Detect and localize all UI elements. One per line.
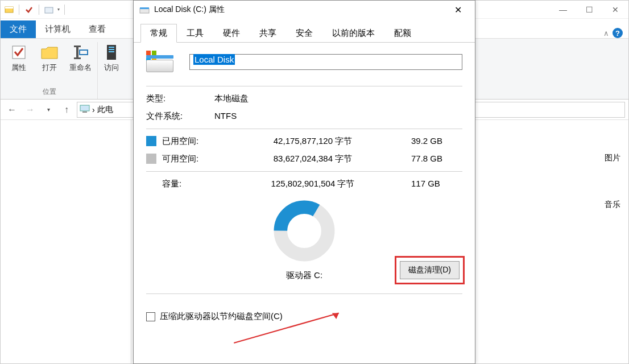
access-button[interactable]: 访问 bbox=[100, 42, 123, 74]
qat-dropdown-icon[interactable]: ▾ bbox=[57, 7, 60, 12]
svg-rect-9 bbox=[109, 47, 114, 48]
svg-rect-2 bbox=[45, 7, 53, 13]
group-location-label: 位置 bbox=[43, 87, 56, 99]
compress-checkbox[interactable] bbox=[146, 312, 155, 321]
tab-sharing[interactable]: 共享 bbox=[250, 24, 286, 43]
svg-rect-24 bbox=[140, 9, 149, 13]
cleanup-highlight: 磁盘清理(D) bbox=[395, 256, 465, 284]
disk-cleanup-button[interactable]: 磁盘清理(D) bbox=[400, 261, 460, 279]
drive-label: 驱动器 C: bbox=[286, 270, 322, 281]
dialog-close-button[interactable]: ✕ bbox=[446, 2, 469, 18]
this-pc-icon bbox=[80, 105, 90, 114]
dialog-tabs: 常规 工具 硬件 共享 安全 以前的版本 配额 bbox=[134, 23, 475, 43]
maximize-button[interactable]: ☐ bbox=[576, 1, 602, 19]
forward-button[interactable]: → bbox=[22, 102, 38, 118]
disk-large-icon bbox=[146, 52, 173, 72]
tab-tools[interactable]: 工具 bbox=[177, 24, 213, 43]
recent-dropdown-icon[interactable]: ▾ bbox=[40, 102, 56, 118]
svg-rect-7 bbox=[80, 50, 88, 55]
compress-label: 压缩此驱动器以节约磁盘空间(C) bbox=[160, 311, 283, 322]
access-label: 访问 bbox=[104, 63, 119, 73]
svg-rect-4 bbox=[76, 47, 78, 58]
used-swatch bbox=[146, 136, 156, 146]
tab-hardware[interactable]: 硬件 bbox=[213, 24, 250, 43]
tab-previous-versions[interactable]: 以前的版本 bbox=[322, 24, 384, 43]
capacity-size: 117 GB bbox=[411, 179, 462, 189]
svg-rect-5 bbox=[74, 46, 81, 47]
rename-icon bbox=[71, 43, 89, 61]
tab-quota[interactable]: 配额 bbox=[384, 24, 421, 43]
up-button[interactable]: ↑ bbox=[59, 102, 75, 118]
svg-rect-11 bbox=[109, 51, 114, 52]
computer-tab[interactable]: 计算机 bbox=[36, 20, 80, 38]
dialog-title: Local Disk (C:) 属性 bbox=[154, 5, 225, 15]
minimize-button[interactable]: — bbox=[550, 1, 576, 19]
svg-rect-25 bbox=[140, 7, 149, 9]
quick-access-toolbar: ▾ bbox=[1, 5, 69, 15]
free-size: 77.8 GB bbox=[411, 154, 462, 164]
fs-value: NTFS bbox=[214, 111, 237, 122]
svg-rect-6 bbox=[74, 57, 81, 59]
tab-general[interactable]: 常规 bbox=[140, 24, 177, 43]
free-bytes: 83,627,024,384 字节 bbox=[214, 154, 411, 164]
properties-icon bbox=[10, 43, 28, 61]
pictures-item[interactable]: 图片 bbox=[605, 153, 620, 163]
type-value: 本地磁盘 bbox=[214, 93, 249, 104]
free-swatch bbox=[146, 154, 156, 164]
used-bytes: 42,175,877,120 字节 bbox=[214, 136, 411, 147]
usage-donut-chart bbox=[273, 200, 336, 262]
help-icon[interactable]: ? bbox=[613, 28, 623, 38]
properties-label: 属性 bbox=[11, 63, 26, 73]
used-label: 已用空间: bbox=[162, 136, 214, 147]
fs-label: 文件系统: bbox=[146, 111, 214, 122]
explorer-sidebar bbox=[1, 120, 131, 363]
rename-label: 重命名 bbox=[69, 63, 92, 73]
tab-security[interactable]: 安全 bbox=[286, 24, 322, 43]
svg-rect-1 bbox=[5, 7, 13, 9]
music-item[interactable]: 音乐 bbox=[605, 200, 620, 210]
svg-rect-12 bbox=[80, 105, 89, 111]
capacity-bytes: 125,802,901,504 字节 bbox=[214, 179, 411, 189]
server-icon bbox=[102, 43, 121, 61]
svg-rect-27 bbox=[152, 51, 156, 55]
close-button[interactable]: ✕ bbox=[602, 1, 628, 19]
open-button[interactable]: 打开 bbox=[35, 42, 64, 74]
rename-button[interactable]: 重命名 bbox=[65, 42, 95, 74]
svg-rect-13 bbox=[82, 111, 87, 113]
type-label: 类型: bbox=[146, 93, 214, 104]
disk-icon bbox=[139, 5, 150, 15]
used-size: 39.2 GB bbox=[411, 136, 462, 147]
view-tab[interactable]: 查看 bbox=[80, 20, 115, 38]
properties-qat-icon[interactable] bbox=[24, 5, 34, 15]
free-label: 可用空间: bbox=[162, 154, 214, 164]
open-folder-icon bbox=[40, 43, 59, 61]
breadcrumb-this-pc[interactable]: 此电 bbox=[97, 105, 113, 115]
capacity-label: 容量: bbox=[162, 179, 214, 189]
breadcrumb-sep: › bbox=[92, 105, 95, 114]
file-tab[interactable]: 文件 bbox=[1, 20, 36, 38]
svg-rect-10 bbox=[109, 49, 114, 50]
back-button[interactable]: ← bbox=[4, 102, 20, 118]
ribbon-collapse-icon[interactable]: ∧ bbox=[603, 29, 609, 38]
dialog-titlebar: Local Disk (C:) 属性 ✕ bbox=[134, 1, 475, 19]
explorer-icon bbox=[4, 5, 14, 15]
open-label: 打开 bbox=[42, 63, 57, 73]
properties-button[interactable]: 属性 bbox=[4, 42, 34, 74]
properties-dialog: Local Disk (C:) 属性 ✕ 常规 工具 硬件 共享 安全 以前的版… bbox=[133, 0, 475, 364]
svg-rect-26 bbox=[146, 51, 151, 55]
qat-folder-icon[interactable] bbox=[44, 5, 54, 15]
disk-name-input[interactable]: Local Disk bbox=[189, 54, 462, 70]
disk-name-value: Local Disk bbox=[193, 54, 235, 65]
